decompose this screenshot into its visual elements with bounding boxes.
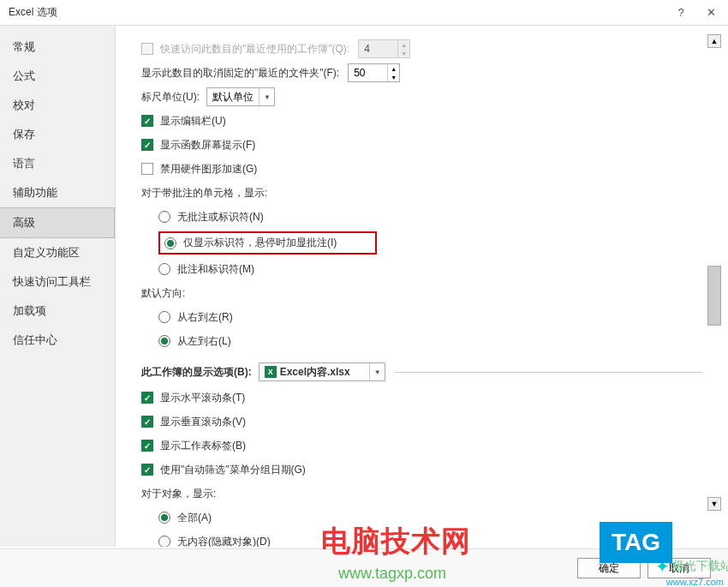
sidebar-item-qat[interactable]: 快速访问工具栏 — [0, 267, 115, 296]
sheet-tabs-checkbox[interactable] — [141, 440, 153, 452]
vscroll-checkbox[interactable] — [141, 416, 153, 428]
objects-all-label: 全部(A) — [177, 511, 212, 525]
ruler-label: 标尺单位(U): — [141, 90, 200, 105]
sheet-tabs-label: 显示工作表标签(B) — [160, 439, 246, 453]
direction-header: 默认方向: — [141, 286, 185, 301]
chevron-down-icon: ▼ — [259, 88, 271, 105]
chevron-down-icon: ▼ — [369, 363, 381, 380]
close-icon[interactable]: ✕ — [702, 4, 719, 21]
objects-all-radio[interactable] — [158, 512, 170, 524]
comments-none-radio[interactable] — [158, 211, 170, 223]
ruler-units-dropdown[interactable]: 默认单位 ▼ — [206, 87, 275, 106]
sidebar-item-formulas[interactable]: 公式 — [0, 62, 115, 91]
hscroll-label: 显示水平滚动条(T) — [160, 391, 245, 405]
objects-none-radio[interactable] — [158, 536, 170, 547]
sidebar-item-advanced[interactable]: 高级 — [0, 207, 115, 238]
unpinned-label: 显示此数目的取消固定的"最近的文件夹"(F): — [141, 66, 339, 81]
sidebar-item-general[interactable]: 常规 — [0, 33, 115, 62]
window-controls: ? ✕ — [672, 4, 719, 21]
comments-header: 对于带批注的单元格，显示: — [141, 186, 267, 201]
sidebar: 常规 公式 校对 保存 语言 辅助功能 高级 自定义功能区 快速访问工具栏 加载… — [0, 26, 116, 547]
sidebar-item-language[interactable]: 语言 — [0, 149, 115, 178]
ok-button[interactable]: 确定 — [577, 558, 641, 578]
workbook-section-label: 此工作簿的显示选项(B): — [141, 365, 252, 380]
workbook-section-header: 此工作簿的显示选项(B): XExcel内容.xlsx ▼ — [141, 362, 702, 381]
scroll-up-icon[interactable]: ▲ — [707, 34, 721, 48]
dir-ltr-label: 从左到右(L) — [177, 334, 231, 349]
ruler-units-value: 默认单位 — [212, 90, 254, 105]
objects-none-label: 无内容(隐藏对象)(D) — [177, 535, 271, 548]
comments-none-label: 无批注或标识符(N) — [177, 210, 264, 225]
show-formula-bar-checkbox[interactable] — [141, 115, 153, 127]
dir-rtl-radio[interactable] — [158, 311, 170, 323]
quick-access-checkbox — [141, 43, 153, 55]
disable-hw-accel-label: 禁用硬件图形加速(G) — [160, 162, 257, 177]
dir-ltr-radio[interactable] — [158, 335, 170, 347]
disable-hw-accel-checkbox[interactable] — [141, 163, 153, 175]
show-function-tips-checkbox[interactable] — [141, 139, 153, 151]
footer: 确定 取消 — [0, 548, 728, 587]
show-formula-bar-label: 显示编辑栏(U) — [160, 114, 226, 129]
quick-access-spinner: ▲▼ — [358, 39, 410, 58]
quick-access-value — [359, 41, 397, 57]
sidebar-item-proofing[interactable]: 校对 — [0, 91, 115, 120]
sidebar-item-customize-ribbon[interactable]: 自定义功能区 — [0, 238, 115, 267]
highlight-annotation: 仅显示标识符，悬停时加显批注(I) — [158, 231, 377, 255]
help-icon[interactable]: ? — [672, 4, 689, 21]
dir-rtl-label: 从右到左(R) — [177, 310, 233, 325]
cancel-button[interactable]: 取消 — [647, 558, 711, 578]
comments-indicator-radio[interactable] — [164, 237, 176, 249]
autofilter-dates-label: 使用"自动筛选"菜单分组日期(G) — [160, 463, 306, 477]
sidebar-item-accessibility[interactable]: 辅助功能 — [0, 178, 115, 207]
workbook-value: Excel内容.xlsx — [280, 365, 350, 380]
scroll-down-icon[interactable]: ▼ — [707, 497, 721, 511]
show-function-tips-label: 显示函数屏幕提示(F) — [160, 138, 255, 153]
comments-indicator-label: 仅显示标识符，悬停时加显批注(I) — [183, 236, 371, 250]
hscroll-checkbox[interactable] — [141, 392, 153, 404]
quick-access-label: 快速访问此数目的"最近使用的工作簿"(Q): — [160, 42, 349, 57]
workbook-dropdown[interactable]: XExcel内容.xlsx ▼ — [259, 362, 385, 381]
window-title: Excel 选项 — [9, 5, 57, 20]
unpinned-value[interactable] — [349, 65, 387, 81]
sidebar-item-save[interactable]: 保存 — [0, 120, 115, 149]
sidebar-item-trust-center[interactable]: 信任中心 — [0, 326, 115, 355]
excel-icon: X — [265, 366, 277, 378]
chevron-down-icon[interactable]: ▼ — [388, 73, 399, 81]
chevron-up-icon[interactable]: ▲ — [388, 64, 399, 73]
comments-both-label: 批注和标识符(M) — [177, 262, 254, 277]
unpinned-spinner[interactable]: ▲▼ — [348, 63, 400, 82]
scrollbar-thumb[interactable] — [707, 266, 721, 326]
autofilter-dates-checkbox[interactable] — [141, 464, 153, 476]
objects-header: 对于对象，显示: — [141, 487, 216, 501]
titlebar: Excel 选项 ? ✕ — [0, 0, 728, 26]
vscroll-label: 显示垂直滚动条(V) — [160, 415, 246, 429]
content-pane: ▲ ▼ 快速访问此数目的"最近使用的工作簿"(Q): ▲▼ 显示此数目的取消固定… — [116, 26, 728, 547]
comments-both-radio[interactable] — [158, 263, 170, 275]
sidebar-item-addins[interactable]: 加载项 — [0, 296, 115, 326]
